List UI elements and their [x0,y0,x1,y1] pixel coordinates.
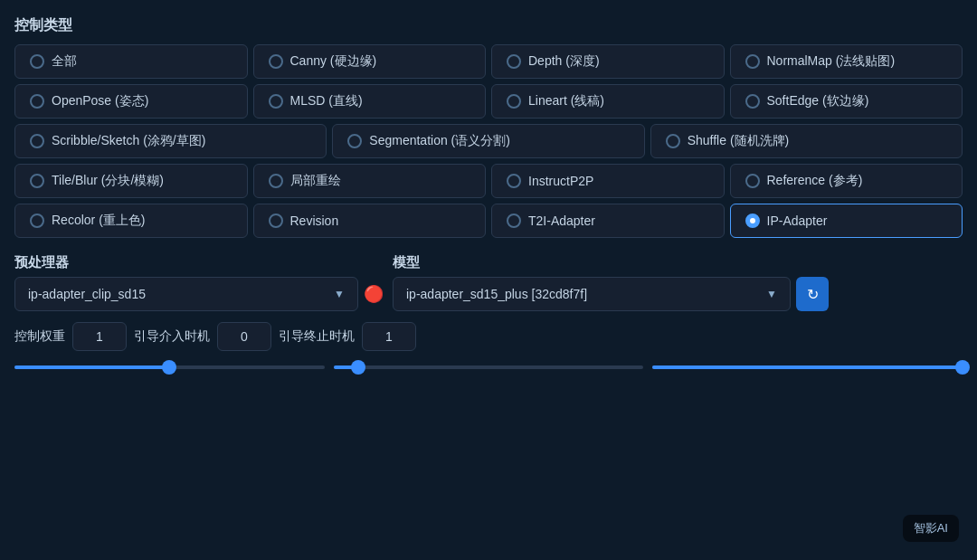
radio-label-tileblur: Tile/Blur (分块/模糊) [52,173,164,189]
radio-btn-tileblur[interactable]: Tile/Blur (分块/模糊) [14,164,248,198]
weight-track[interactable] [14,360,325,375]
end-label: 引导终止时机 [279,328,355,345]
radio-label-softedge: SoftEdge (软边缘) [767,93,869,109]
radio-circle-recolor [30,214,44,228]
radio-btn-shuffle[interactable]: Shuffle (随机洗牌) [650,124,963,158]
fire-icon[interactable]: 🔴 [364,284,384,304]
radio-btn-all[interactable]: 全部 [14,44,248,79]
radio-btn-softedge[interactable]: SoftEdge (软边缘) [730,84,963,119]
start-label: 引导介入时机 [134,328,210,345]
radio-btn-openpose[interactable]: OpenPose (姿态) [14,84,248,119]
radio-btn-recolor[interactable]: Recolor (重上色) [14,204,248,238]
radio-btn-t2i[interactable]: T2I-Adapter [491,204,725,238]
control-row-1: OpenPose (姿态)MLSD (直线)Lineart (线稿)SoftEd… [14,84,963,119]
preprocessor-chevron-icon: ▼ [334,288,345,300]
radio-label-reference: Reference (参考) [767,173,863,189]
radio-label-revision: Revision [290,214,339,228]
radio-circle-instructp2p [507,174,521,188]
control-row-0: 全部Canny (硬边缘)Depth (深度)NormalMap (法线贴图) [14,44,963,79]
radio-label-local: 局部重绘 [290,173,341,189]
control-row-2: Scribble/Sketch (涂鸦/草图)Segmentation (语义分… [14,124,963,158]
radio-circle-scribble [30,134,44,148]
model-value: ip-adapter_sd15_plus [32cd8f7f] [406,287,587,301]
model-chevron-icon: ▼ [766,288,777,300]
radio-label-ip-adapter: IP-Adapter [767,214,828,228]
watermark: 智影AI [903,515,959,542]
radio-label-openpose: OpenPose (姿态) [52,93,148,109]
radio-btn-canny[interactable]: Canny (硬边缘) [253,44,487,79]
dropdowns-row: 预处理器 ip-adapter_clip_sd15 ▼ 🔴 模型 ip-adap… [14,254,963,311]
radio-label-normalmap: NormalMap (法线贴图) [767,53,896,70]
radio-circle-normalmap [745,54,760,69]
model-wrapper: ip-adapter_sd15_plus [32cd8f7f] ▼ ↻ [393,277,829,311]
radio-btn-revision[interactable]: Revision [253,204,487,238]
radio-btn-instructp2p[interactable]: InstructP2P [491,164,725,198]
radio-label-mlsd: MLSD (直线) [290,93,363,109]
radio-btn-lineart[interactable]: Lineart (线稿) [491,84,725,119]
weight-label: 控制权重 [14,328,65,345]
model-dropdown[interactable]: ip-adapter_sd15_plus [32cd8f7f] ▼ [393,277,791,311]
radio-circle-ip-adapter [745,214,760,228]
radio-btn-scribble[interactable]: Scribble/Sketch (涂鸦/草图) [14,124,327,158]
radio-label-shuffle: Shuffle (随机洗牌) [688,133,790,149]
radio-label-canny: Canny (硬边缘) [290,53,377,70]
radio-circle-softedge [745,94,760,109]
radio-label-depth: Depth (深度) [528,53,600,70]
radio-circle-shuffle [666,134,680,148]
radio-btn-local[interactable]: 局部重绘 [253,164,487,198]
end-value-box[interactable]: 1 [362,322,416,351]
radio-circle-local [269,174,283,188]
radio-label-lineart: Lineart (线稿) [528,93,604,109]
preprocessor-group: 预处理器 ip-adapter_clip_sd15 ▼ 🔴 [14,254,384,311]
radio-circle-openpose [30,94,44,109]
radio-btn-segmentation[interactable]: Segmentation (语义分割) [332,124,644,158]
radio-label-all: 全部 [52,53,77,70]
radio-label-segmentation: Segmentation (语义分割) [369,133,510,149]
slider-values-row: 控制权重 1 引导介入时机 0 引导终止时机 1 [14,322,963,351]
bottom-section: 预处理器 ip-adapter_clip_sd15 ▼ 🔴 模型 ip-adap… [14,254,963,375]
radio-circle-lineart [507,94,521,109]
preprocessor-wrapper: ip-adapter_clip_sd15 ▼ 🔴 [14,277,384,311]
radio-btn-normalmap[interactable]: NormalMap (法线贴图) [730,44,963,79]
radio-label-scribble: Scribble/Sketch (涂鸦/草图) [52,133,205,149]
preprocessor-dropdown[interactable]: ip-adapter_clip_sd15 ▼ [14,277,358,311]
model-label: 模型 [393,254,829,271]
radio-circle-t2i [507,214,521,228]
radio-circle-mlsd [269,94,283,109]
sliders-container: 控制权重 1 引导介入时机 0 引导终止时机 1 [14,322,963,375]
radio-label-recolor: Recolor (重上色) [52,213,145,229]
preprocessor-label: 预处理器 [14,254,384,271]
radio-circle-segmentation [347,134,362,148]
radio-label-t2i: T2I-Adapter [528,214,595,228]
control-row-4: Recolor (重上色)RevisionT2I-AdapterIP-Adapt… [14,204,963,238]
preprocessor-value: ip-adapter_clip_sd15 [28,287,146,301]
end-track[interactable] [652,360,963,375]
radio-circle-revision [269,214,283,228]
control-row-3: Tile/Blur (分块/模糊)局部重绘InstructP2PReferenc… [14,164,963,198]
radio-btn-depth[interactable]: Depth (深度) [491,44,725,79]
section-title: 控制类型 [14,16,963,35]
refresh-button[interactable]: ↻ [796,277,829,311]
start-track[interactable] [334,360,644,375]
control-type-grid: 全部Canny (硬边缘)Depth (深度)NormalMap (法线贴图)O… [14,44,963,238]
radio-circle-depth [507,54,521,69]
radio-circle-reference [745,174,760,188]
tracks-row [14,360,963,375]
radio-circle-tileblur [30,174,44,188]
start-value-box[interactable]: 0 [217,322,271,351]
weight-value-box[interactable]: 1 [72,322,127,351]
radio-btn-reference[interactable]: Reference (参考) [730,164,963,198]
radio-circle-canny [269,54,283,69]
radio-btn-ip-adapter[interactable]: IP-Adapter [730,204,963,238]
radio-label-instructp2p: InstructP2P [528,174,593,188]
model-group: 模型 ip-adapter_sd15_plus [32cd8f7f] ▼ ↻ [393,254,829,311]
radio-circle-all [30,54,44,69]
radio-btn-mlsd[interactable]: MLSD (直线) [253,84,487,119]
